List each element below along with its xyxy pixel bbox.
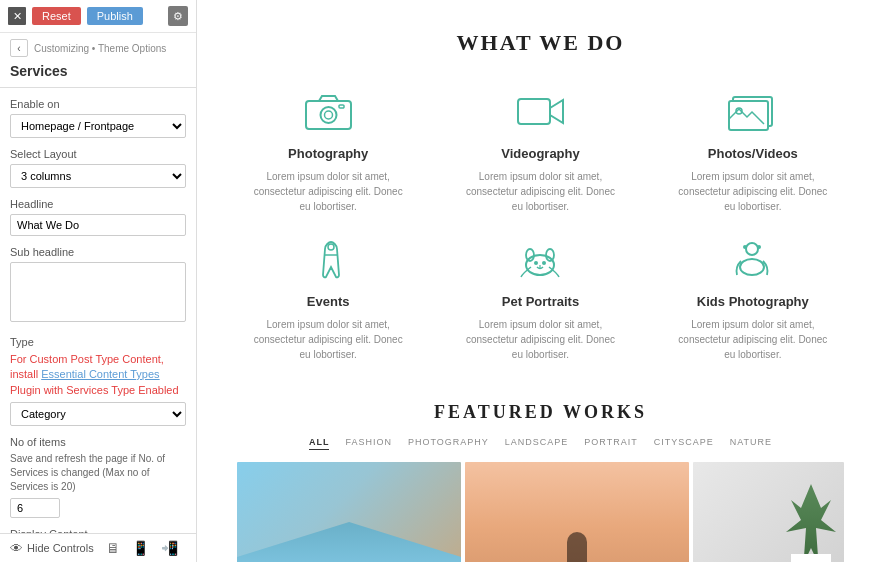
mobile-icon[interactable]: 📲 — [161, 540, 178, 556]
photography-name: Photography — [247, 146, 409, 161]
videography-name: Videography — [459, 146, 621, 161]
subheadline-group: Sub headline — [10, 246, 186, 326]
svg-point-2 — [324, 111, 332, 119]
select-layout-group: Select Layout 1 column 2 columns 3 colum… — [10, 148, 186, 188]
type-note: For Custom Post Type Content, install Es… — [10, 352, 186, 398]
service-photography: Photography Lorem ipsum dolor sit amet, … — [237, 86, 419, 214]
services-grid: Photography Lorem ipsum dolor sit amet, … — [237, 86, 844, 362]
hide-controls-label: Hide Controls — [27, 542, 94, 554]
eye-icon: 👁 — [10, 541, 23, 556]
filter-tabs: ALL FASHION PHOTOGRAPHY LANDSCAPE PORTRA… — [237, 435, 844, 450]
enable-on-select[interactable]: Homepage / Frontpage All Pages — [10, 114, 186, 138]
videography-desc: Lorem ipsum dolor sit amet, consectetur … — [459, 169, 621, 214]
gallery-item-3 — [693, 462, 844, 562]
enable-on-label: Enable on — [10, 98, 186, 110]
kids-photography-name: Kids Photography — [672, 294, 834, 309]
select-layout-select[interactable]: 1 column 2 columns 3 columns — [10, 164, 186, 188]
type-select[interactable]: Category Post Type — [10, 402, 186, 426]
pet-portraits-desc: Lorem ipsum dolor sit amet, consectetur … — [459, 317, 621, 362]
filter-tab-landscape[interactable]: LANDSCAPE — [505, 435, 569, 450]
main-content: WHAT WE DO Photography Lorem i — [197, 0, 884, 562]
plant-shape — [786, 484, 836, 562]
svg-point-16 — [743, 245, 747, 249]
enable-on-group: Enable on Homepage / Frontpage All Pages — [10, 98, 186, 138]
headline-group: Headline — [10, 198, 186, 236]
featured-works-section: FEATURED WORKS ALL FASHION PHOTOGRAPHY L… — [197, 382, 884, 562]
back-arrow-button[interactable]: ‹ — [10, 39, 28, 57]
gallery-image-roof — [237, 522, 461, 562]
publish-button[interactable]: Publish — [87, 7, 143, 25]
gallery-item-2 — [465, 462, 689, 562]
service-kids-photography: Kids Photography Lorem ipsum dolor sit a… — [662, 234, 844, 362]
svg-rect-3 — [339, 105, 344, 108]
photos-videos-icon — [723, 86, 783, 136]
service-photos-videos: Photos/Videos Lorem ipsum dolor sit amet… — [662, 86, 844, 214]
gallery-item-1 — [237, 462, 461, 562]
person-silhouette — [567, 532, 587, 562]
essential-content-types-link[interactable]: Essential Content Types — [41, 368, 159, 380]
photos-videos-name: Photos/Videos — [672, 146, 834, 161]
subheadline-label: Sub headline — [10, 246, 186, 258]
svg-point-17 — [757, 245, 761, 249]
photography-desc: Lorem ipsum dolor sit amet, consectetur … — [247, 169, 409, 214]
desktop-icon[interactable]: 🖥 — [106, 540, 120, 556]
no-of-items-group: No of items Save and refresh the page if… — [10, 436, 186, 518]
featured-works-heading: FEATURED WORKS — [237, 402, 844, 423]
events-icon — [298, 234, 358, 284]
svg-point-1 — [320, 107, 336, 123]
reset-button[interactable]: Reset — [32, 7, 81, 25]
svg-point-15 — [740, 259, 764, 275]
subheadline-input[interactable] — [10, 262, 186, 322]
pet-portraits-name: Pet Portraits — [459, 294, 621, 309]
breadcrumb: ‹ Customizing • Theme Options — [0, 33, 196, 61]
gear-button[interactable]: ⚙ — [168, 6, 188, 26]
pot-shape — [791, 554, 831, 562]
breadcrumb-text: Customizing • Theme Options — [34, 42, 166, 54]
events-desc: Lorem ipsum dolor sit amet, consectetur … — [247, 317, 409, 362]
service-videography: Videography Lorem ipsum dolor sit amet, … — [449, 86, 631, 214]
svg-point-12 — [534, 261, 538, 265]
service-events: Events Lorem ipsum dolor sit amet, conse… — [237, 234, 419, 362]
what-we-do-heading: WHAT WE DO — [237, 30, 844, 56]
service-pet-portraits: Pet Portraits Lorem ipsum dolor sit amet… — [449, 234, 631, 362]
section-title: Services — [0, 61, 196, 87]
videography-icon — [510, 86, 570, 136]
pet-portraits-icon — [510, 234, 570, 284]
no-of-items-label: No of items — [10, 436, 186, 448]
sidebar-content: Enable on Homepage / Frontpage All Pages… — [0, 88, 196, 533]
filter-tab-photography[interactable]: PHOTOGRAPHY — [408, 435, 489, 450]
top-bar: ✕ Reset Publish ⚙ — [0, 0, 196, 33]
filter-tab-cityscape[interactable]: CITYSCAPE — [654, 435, 714, 450]
no-of-items-input[interactable] — [10, 498, 60, 518]
svg-point-8 — [328, 244, 334, 250]
svg-point-13 — [542, 261, 546, 265]
svg-point-14 — [746, 243, 758, 255]
photos-videos-desc: Lorem ipsum dolor sit amet, consectetur … — [672, 169, 834, 214]
kids-photography-desc: Lorem ipsum dolor sit amet, consectetur … — [672, 317, 834, 362]
select-layout-label: Select Layout — [10, 148, 186, 160]
sidebar: ✕ Reset Publish ⚙ ‹ Customizing • Theme … — [0, 0, 197, 562]
hide-controls-button[interactable]: 👁 Hide Controls — [10, 541, 94, 556]
headline-label: Headline — [10, 198, 186, 210]
type-label: Type — [10, 336, 186, 348]
filter-tab-nature[interactable]: NATURE — [730, 435, 772, 450]
main-inner: WHAT WE DO Photography Lorem i — [197, 0, 884, 562]
close-button[interactable]: ✕ — [8, 7, 26, 25]
breadcrumb-parent: Customizing • Theme Options — [34, 43, 166, 54]
what-we-do-section: WHAT WE DO Photography Lorem i — [197, 0, 884, 382]
filter-tab-all[interactable]: ALL — [309, 435, 330, 450]
top-bar-left: ✕ Reset Publish — [8, 7, 143, 25]
filter-tab-fashion[interactable]: FASHION — [345, 435, 392, 450]
photography-icon — [298, 86, 358, 136]
plant-display — [786, 484, 836, 562]
sidebar-footer: 👁 Hide Controls 🖥 📱 📲 — [0, 533, 196, 562]
no-of-items-note: Save and refresh the page if No. of Serv… — [10, 452, 186, 494]
sidebar-header: ✕ Reset Publish ⚙ ‹ Customizing • Theme … — [0, 0, 196, 88]
tablet-icon[interactable]: 📱 — [132, 540, 149, 556]
headline-input[interactable] — [10, 214, 186, 236]
kids-photography-icon — [723, 234, 783, 284]
svg-rect-4 — [518, 99, 550, 124]
type-group: Type For Custom Post Type Content, insta… — [10, 336, 186, 426]
filter-tab-portrait[interactable]: PORTRAIT — [584, 435, 637, 450]
gallery-strip — [237, 462, 844, 562]
